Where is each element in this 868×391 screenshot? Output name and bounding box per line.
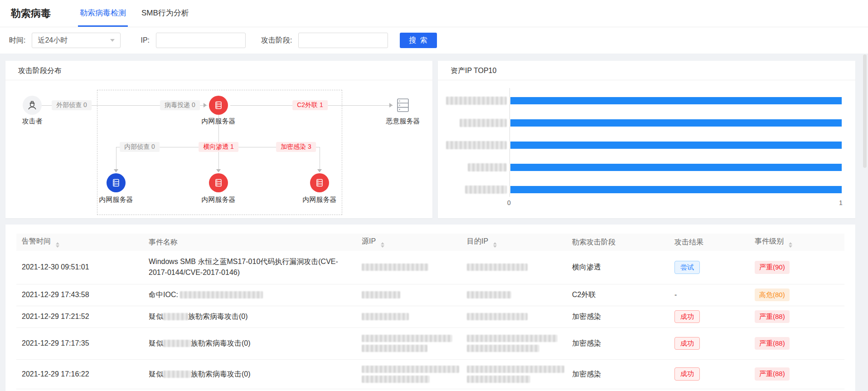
cell-event-level: 严重(88)	[749, 359, 844, 389]
server-icon	[214, 178, 223, 187]
cell-dest-ip	[461, 359, 567, 389]
cell-dest-ip	[461, 327, 567, 359]
cell-event-name: 疑似族勒索病毒攻击(0)	[143, 327, 356, 359]
x-tick-0: 0	[507, 199, 511, 206]
hacker-icon	[27, 100, 38, 111]
edge-branch-right	[320, 147, 320, 170]
redacted-text	[180, 291, 263, 298]
cell-event-name: 疑似族勒索病毒攻击(0)	[143, 306, 356, 327]
bar-ip-4	[510, 164, 842, 171]
redacted-ip-label	[446, 97, 507, 105]
cell-dest-ip	[461, 251, 567, 284]
cell-alert-time: 2021-12-29 17:16:22	[16, 359, 143, 389]
col-attack-stage: 勒索攻击阶段	[567, 234, 669, 251]
level-badge: 严重(88)	[755, 310, 790, 323]
sort-icon[interactable]	[493, 242, 497, 248]
cell-event-level: 高危(80)	[749, 284, 844, 306]
col-source-ip[interactable]: 源IP	[356, 234, 461, 251]
intranet-server-node-3	[310, 173, 329, 192]
cell-attack-result: 成功	[669, 359, 749, 389]
col-event-level[interactable]: 事件级别	[749, 234, 844, 251]
malicious-server-label: 恶意服务器	[380, 117, 426, 126]
chevron-down-icon	[110, 39, 115, 42]
time-range-select[interactable]: 近24小时	[32, 33, 121, 48]
cell-alert-time: 2021-12-30 09:51:01	[16, 251, 143, 284]
redacted-text	[362, 335, 452, 342]
bar-ip-1	[510, 97, 842, 104]
server-icon	[112, 178, 121, 187]
cell-event-level: 严重(90)	[749, 251, 844, 284]
cell-source-ip	[356, 251, 461, 284]
ip-filter-label: IP:	[141, 36, 150, 44]
sort-icon[interactable]	[789, 242, 792, 248]
redacted-text	[467, 291, 511, 298]
arrow-right-icon	[204, 103, 209, 108]
page-title: 勒索病毒	[11, 7, 51, 20]
cell-event-level: 严重(88)	[749, 306, 844, 327]
malicious-server-icon	[395, 97, 411, 113]
table-row: 2021-12-29 17:43:58 命中IOC: C2外联 - 高危(80)	[16, 284, 844, 306]
sort-icon[interactable]	[381, 242, 384, 248]
cell-attack-stage: 加密感染	[567, 306, 669, 327]
col-dest-ip[interactable]: 目的IP	[461, 234, 567, 251]
redacted-text	[467, 366, 564, 373]
col-event-name: 事件名称	[143, 234, 356, 251]
tab-ransomware-detection[interactable]: 勒索病毒检测	[78, 0, 128, 27]
ip-input[interactable]	[156, 33, 246, 48]
intranet-server-node-2	[209, 173, 228, 192]
time-range-value: 近24小时	[38, 36, 68, 45]
attacker-node	[23, 96, 42, 115]
redacted-ip-label	[465, 186, 507, 194]
chart-plot-area	[510, 88, 842, 197]
tab-smb-analysis[interactable]: SMB行为分析	[140, 0, 191, 27]
cell-attack-result: 成功	[669, 327, 749, 359]
scrollbar-thumb[interactable]	[863, 54, 867, 168]
redacted-text	[467, 335, 558, 342]
stage-virus-delivery: 病毒投递 0	[160, 100, 200, 110]
intranet-server-label-1: 内网服务器	[93, 196, 139, 204]
attacker-label: 攻击者	[10, 117, 55, 126]
stage-internal-recon: 内部侦查 0	[120, 142, 160, 152]
search-button[interactable]: 搜 索	[400, 33, 437, 48]
app-root: 勒索病毒 勒索病毒检测 SMB行为分析 时间: 近24小时 IP: 攻击阶段: …	[0, 0, 868, 54]
cell-dest-ip	[461, 306, 567, 327]
intranet-server-label-2: 内网服务器	[196, 196, 241, 204]
intranet-server-label-top: 内网服务器	[196, 117, 241, 126]
cell-alert-time: 2021-12-29 17:21:52	[16, 306, 143, 327]
arrow-right-icon	[389, 103, 395, 108]
sort-icon[interactable]	[56, 242, 59, 248]
cell-attack-result: 尝试	[669, 251, 749, 284]
table-row: 2021-12-29 17:17:35 疑似族勒索病毒攻击(0) 加密感染 成功…	[16, 327, 844, 359]
table-row: 2021-12-30 09:51:01 Windows SMB 永恒之蓝MS17…	[16, 251, 844, 284]
cell-source-ip	[356, 306, 461, 327]
alerts-table: 告警时间 事件名称 源IP 目的IP 勒索攻击阶段	[16, 234, 844, 389]
redacted-text	[163, 340, 191, 347]
attack-stage-input[interactable]	[298, 33, 388, 48]
redacted-text	[163, 313, 188, 320]
bar-ip-3	[510, 142, 842, 149]
x-tick-1: 1	[839, 199, 843, 206]
cell-source-ip	[356, 327, 461, 359]
asset-ip-chart: 0 1	[438, 61, 855, 218]
redacted-ip-label	[446, 141, 507, 149]
intranet-server-node-1	[107, 173, 126, 192]
stage-external-recon: 外部侦查 0	[52, 100, 92, 110]
cell-source-ip	[356, 359, 461, 389]
cell-dest-ip	[461, 284, 567, 306]
filter-bar: 时间: 近24小时 IP: 攻击阶段: 搜 索	[0, 27, 868, 54]
asset-ip-panel: 资产IP TOP10 0 1	[438, 61, 855, 218]
cell-event-name: Windows SMB 永恒之蓝MS17-010代码执行漏洞攻击(CVE-201…	[143, 251, 356, 284]
attack-stage-diagram: 外部侦查 0 病毒投递 0 C2外联 1 内部侦查 0 横向渗透 1 加密感染 …	[5, 61, 432, 218]
col-attack-result: 攻击结果	[669, 234, 749, 251]
col-alert-time[interactable]: 告警时间	[16, 234, 143, 251]
cell-event-name: 命中IOC:	[143, 284, 356, 306]
table-row: 2021-12-29 17:21:52 疑似族勒索病毒攻击(0) 加密感染 成功…	[16, 306, 844, 327]
cell-attack-stage: 横向渗透	[567, 251, 669, 284]
redacted-text	[467, 264, 528, 271]
redacted-text	[362, 264, 428, 271]
table-header-row: 告警时间 事件名称 源IP 目的IP 勒索攻击阶段	[16, 234, 844, 251]
result-badge: 尝试	[674, 261, 700, 274]
stage-filter-label: 攻击阶段:	[261, 36, 292, 45]
edge-branch-left	[116, 147, 116, 170]
bar-ip-2	[510, 119, 842, 127]
